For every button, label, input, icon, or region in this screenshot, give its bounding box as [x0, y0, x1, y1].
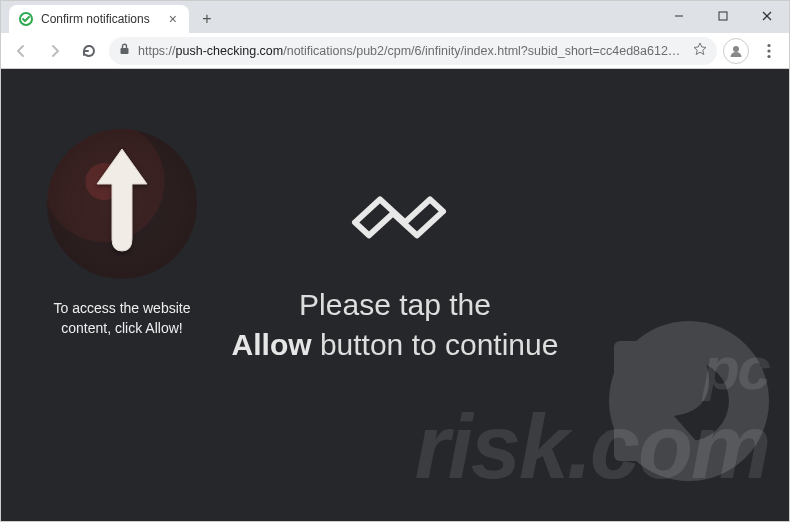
- address-bar[interactable]: https://push-checking.com/notifications/…: [109, 37, 717, 65]
- svg-point-12: [609, 321, 769, 481]
- tab-title: Confirm notifications: [41, 12, 159, 26]
- svg-rect-2: [719, 12, 727, 20]
- arrow-graphic: [47, 129, 197, 279]
- reload-button[interactable]: [75, 37, 103, 65]
- titlebar: Confirm notifications × +: [1, 1, 789, 33]
- page-content: To access the website content, click All…: [1, 69, 789, 521]
- center-column: Please tap the Allow button to continue: [185, 187, 605, 366]
- url-text: https://push-checking.com/notifications/…: [138, 44, 685, 58]
- kebab-menu-icon[interactable]: [755, 43, 783, 59]
- svg-point-7: [767, 43, 770, 46]
- browser-tab[interactable]: Confirm notifications ×: [9, 5, 189, 33]
- infinity-icon: [185, 187, 605, 261]
- svg-point-9: [767, 54, 770, 57]
- new-tab-button[interactable]: +: [195, 7, 219, 31]
- browser-window: Confirm notifications × +: [0, 0, 790, 522]
- lock-icon: [119, 43, 130, 58]
- svg-rect-13: [614, 341, 654, 461]
- arrow-up-icon: [87, 139, 157, 263]
- url-host: push-checking.com: [176, 44, 284, 58]
- main-message: Please tap the Allow button to continue: [185, 285, 605, 366]
- svg-point-6: [733, 46, 739, 52]
- profile-avatar-icon[interactable]: [723, 38, 749, 64]
- toolbar: https://push-checking.com/notifications/…: [1, 33, 789, 69]
- bookmark-star-icon[interactable]: [693, 42, 707, 59]
- forward-button[interactable]: [41, 37, 69, 65]
- url-protocol: https://: [138, 44, 176, 58]
- maximize-button[interactable]: [701, 1, 745, 31]
- minimize-button[interactable]: [657, 1, 701, 31]
- main-strong: Allow: [232, 329, 312, 362]
- watermark-line2: risk.com: [415, 397, 769, 497]
- tab-favicon-icon: [19, 12, 33, 26]
- svg-rect-5: [121, 48, 129, 54]
- url-path: /notifications/pub2/cpm/6/infinity/index…: [283, 44, 685, 58]
- close-window-button[interactable]: [745, 1, 789, 31]
- window-controls: [657, 1, 789, 33]
- main-pre: Please tap the: [299, 288, 491, 321]
- main-post: button to continue: [312, 329, 559, 362]
- tab-close-icon[interactable]: ×: [167, 11, 179, 27]
- svg-point-8: [767, 49, 770, 52]
- back-button[interactable]: [7, 37, 35, 65]
